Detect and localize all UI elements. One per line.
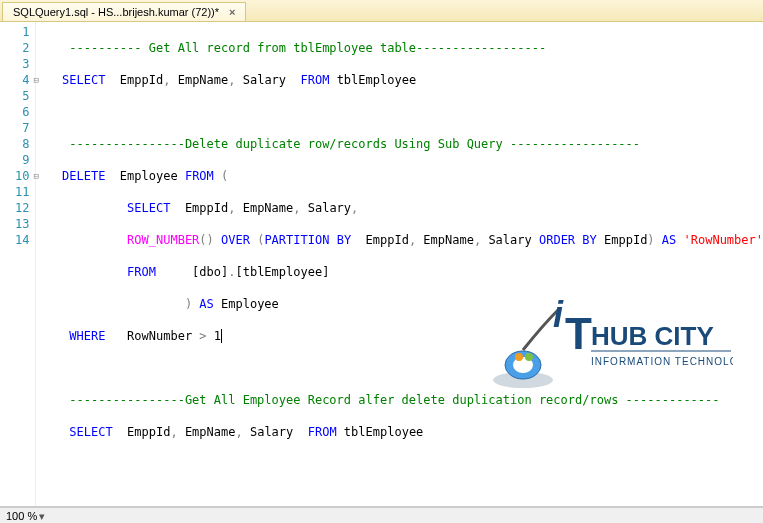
file-tab-title: SQLQuery1.sql - HS...brijesh.kumar (72))… xyxy=(13,6,219,18)
collapse-icon[interactable]: ⊟ xyxy=(33,72,38,88)
file-tab[interactable]: SQLQuery1.sql - HS...brijesh.kumar (72))… xyxy=(2,2,246,21)
svg-point-16 xyxy=(525,353,533,361)
svg-text:T: T xyxy=(565,309,592,358)
line-number-gutter: 123 456 789 101112 1314 xyxy=(0,22,36,506)
close-icon[interactable]: × xyxy=(229,6,235,18)
code-editor[interactable]: 123 456 789 101112 1314 ---------- Get A… xyxy=(0,22,763,507)
chevron-down-icon[interactable]: ▾ xyxy=(39,510,45,523)
editor-tab-bar: SQLQuery1.sql - HS...brijesh.kumar (72))… xyxy=(0,0,763,22)
logo-text-2: INFORMATION TECHNOLOGY xyxy=(591,356,733,367)
brand-logo: i T HUB CITY INFORMATION TECHNOLOGY xyxy=(483,295,733,395)
code-area[interactable]: ---------- Get All record from tblEmploy… xyxy=(36,22,763,506)
svg-text:i: i xyxy=(553,295,564,335)
zoom-bar: 100 % ▾ xyxy=(0,507,763,523)
logo-text-1: HUB CITY xyxy=(591,321,714,351)
svg-point-15 xyxy=(515,353,523,361)
zoom-level[interactable]: 100 % xyxy=(6,510,37,522)
collapse-icon[interactable]: ⊟ xyxy=(33,168,38,184)
